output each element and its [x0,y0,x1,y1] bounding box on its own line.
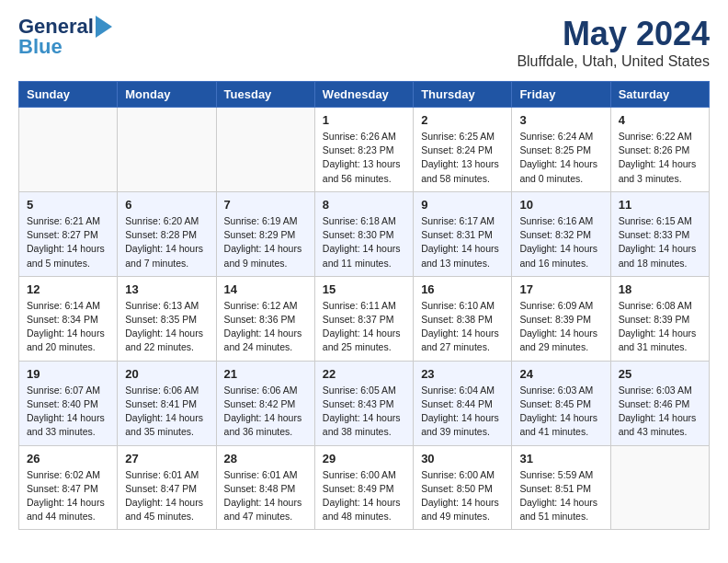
day-info: Sunrise: 6:18 AM Sunset: 8:30 PM Dayligh… [323,214,405,270]
day-info: Sunrise: 6:01 AM Sunset: 8:47 PM Dayligh… [125,468,208,524]
day-info: Sunrise: 6:25 AM Sunset: 8:24 PM Dayligh… [421,130,504,186]
day-info: Sunrise: 6:10 AM Sunset: 8:38 PM Dayligh… [421,299,504,355]
calendar-cell: 25Sunrise: 6:03 AM Sunset: 8:46 PM Dayli… [610,361,709,445]
day-info: Sunrise: 5:59 AM Sunset: 8:51 PM Dayligh… [519,468,602,524]
day-info: Sunrise: 6:04 AM Sunset: 8:44 PM Dayligh… [421,384,504,440]
calendar-week-3: 19Sunrise: 6:07 AM Sunset: 8:40 PM Dayli… [19,361,710,445]
calendar-cell: 2Sunrise: 6:25 AM Sunset: 8:24 PM Daylig… [414,108,512,192]
day-info: Sunrise: 6:14 AM Sunset: 8:34 PM Dayligh… [27,299,109,355]
month-title: May 2024 [517,15,710,53]
calendar-cell: 8Sunrise: 6:18 AM Sunset: 8:30 PM Daylig… [314,191,413,276]
calendar-header-monday: Monday [118,82,216,108]
day-info: Sunrise: 6:02 AM Sunset: 8:47 PM Dayligh… [27,468,109,524]
calendar-cell: 6Sunrise: 6:20 AM Sunset: 8:28 PM Daylig… [118,191,216,276]
day-number: 26 [27,452,109,465]
calendar-cell: 10Sunrise: 6:16 AM Sunset: 8:32 PM Dayli… [512,191,610,276]
calendar-header-tuesday: Tuesday [216,82,314,108]
day-number: 30 [421,452,504,465]
logo-arrow-icon [96,16,112,38]
day-info: Sunrise: 6:22 AM Sunset: 8:26 PM Dayligh… [619,130,701,186]
day-info: Sunrise: 6:13 AM Sunset: 8:35 PM Dayligh… [125,299,208,355]
day-number: 4 [619,113,701,127]
calendar-cell: 26Sunrise: 6:02 AM Sunset: 8:47 PM Dayli… [19,445,118,530]
day-number: 28 [224,452,307,465]
calendar-cell: 3Sunrise: 6:24 AM Sunset: 8:25 PM Daylig… [512,108,610,192]
title-area: May 2024 Bluffdale, Utah, United States [517,15,710,70]
day-info: Sunrise: 6:06 AM Sunset: 8:41 PM Dayligh… [125,384,208,440]
calendar-cell [19,108,118,192]
calendar-header-thursday: Thursday [414,82,512,108]
calendar: SundayMondayTuesdayWednesdayThursdayFrid… [18,81,710,530]
day-info: Sunrise: 6:05 AM Sunset: 8:43 PM Dayligh… [323,384,405,440]
calendar-cell: 1Sunrise: 6:26 AM Sunset: 8:23 PM Daylig… [314,108,413,192]
day-info: Sunrise: 6:16 AM Sunset: 8:32 PM Dayligh… [519,214,602,270]
calendar-week-1: 5Sunrise: 6:21 AM Sunset: 8:27 PM Daylig… [19,191,710,276]
day-number: 6 [125,198,208,212]
calendar-cell: 22Sunrise: 6:05 AM Sunset: 8:43 PM Dayli… [314,361,413,445]
calendar-body: 1Sunrise: 6:26 AM Sunset: 8:23 PM Daylig… [19,108,710,530]
day-number: 17 [519,282,602,296]
day-info: Sunrise: 6:12 AM Sunset: 8:36 PM Dayligh… [224,299,307,355]
header: General Blue May 2024 Bluffdale, Utah, U… [18,15,710,70]
day-number: 29 [323,452,405,465]
calendar-header-sunday: Sunday [19,82,118,108]
day-number: 1 [323,113,405,127]
day-info: Sunrise: 6:09 AM Sunset: 8:39 PM Dayligh… [519,299,602,355]
calendar-cell: 24Sunrise: 6:03 AM Sunset: 8:45 PM Dayli… [512,361,610,445]
calendar-week-2: 12Sunrise: 6:14 AM Sunset: 8:34 PM Dayli… [19,276,710,361]
day-info: Sunrise: 6:00 AM Sunset: 8:50 PM Dayligh… [421,468,504,524]
calendar-cell: 28Sunrise: 6:01 AM Sunset: 8:48 PM Dayli… [216,445,314,530]
day-number: 31 [519,452,602,465]
calendar-cell: 9Sunrise: 6:17 AM Sunset: 8:31 PM Daylig… [414,191,512,276]
day-info: Sunrise: 6:08 AM Sunset: 8:39 PM Dayligh… [619,299,701,355]
day-info: Sunrise: 6:19 AM Sunset: 8:29 PM Dayligh… [224,214,307,270]
calendar-cell [216,108,314,192]
calendar-cell: 7Sunrise: 6:19 AM Sunset: 8:29 PM Daylig… [216,191,314,276]
day-number: 5 [27,198,109,212]
day-number: 18 [619,282,701,296]
logo-blue: Blue [18,35,63,59]
calendar-cell [118,108,216,192]
day-info: Sunrise: 6:00 AM Sunset: 8:49 PM Dayligh… [323,468,405,524]
day-number: 24 [519,367,602,381]
day-number: 15 [323,282,405,296]
day-number: 23 [421,367,504,381]
calendar-cell: 5Sunrise: 6:21 AM Sunset: 8:27 PM Daylig… [19,191,118,276]
calendar-header-row: SundayMondayTuesdayWednesdayThursdayFrid… [19,82,710,108]
calendar-cell: 4Sunrise: 6:22 AM Sunset: 8:26 PM Daylig… [610,108,709,192]
day-number: 14 [224,282,307,296]
day-info: Sunrise: 6:15 AM Sunset: 8:33 PM Dayligh… [619,214,701,270]
day-info: Sunrise: 6:17 AM Sunset: 8:31 PM Dayligh… [421,214,504,270]
location: Bluffdale, Utah, United States [517,53,710,70]
day-number: 10 [519,198,602,212]
day-number: 9 [421,198,504,212]
calendar-cell: 21Sunrise: 6:06 AM Sunset: 8:42 PM Dayli… [216,361,314,445]
calendar-cell: 17Sunrise: 6:09 AM Sunset: 8:39 PM Dayli… [512,276,610,361]
day-number: 22 [323,367,405,381]
day-number: 19 [27,367,109,381]
calendar-cell: 19Sunrise: 6:07 AM Sunset: 8:40 PM Dayli… [19,361,118,445]
day-number: 8 [323,198,405,212]
calendar-cell: 31Sunrise: 5:59 AM Sunset: 8:51 PM Dayli… [512,445,610,530]
calendar-week-4: 26Sunrise: 6:02 AM Sunset: 8:47 PM Dayli… [19,445,710,530]
day-info: Sunrise: 6:20 AM Sunset: 8:28 PM Dayligh… [125,214,208,270]
calendar-cell: 15Sunrise: 6:11 AM Sunset: 8:37 PM Dayli… [314,276,413,361]
day-number: 11 [619,198,701,212]
calendar-cell: 20Sunrise: 6:06 AM Sunset: 8:41 PM Dayli… [118,361,216,445]
day-number: 25 [619,367,701,381]
day-info: Sunrise: 6:26 AM Sunset: 8:23 PM Dayligh… [323,130,405,186]
day-info: Sunrise: 6:24 AM Sunset: 8:25 PM Dayligh… [519,130,602,186]
calendar-cell: 18Sunrise: 6:08 AM Sunset: 8:39 PM Dayli… [610,276,709,361]
calendar-header-friday: Friday [512,82,610,108]
calendar-cell: 27Sunrise: 6:01 AM Sunset: 8:47 PM Dayli… [118,445,216,530]
day-number: 16 [421,282,504,296]
calendar-cell: 13Sunrise: 6:13 AM Sunset: 8:35 PM Dayli… [118,276,216,361]
day-info: Sunrise: 6:03 AM Sunset: 8:46 PM Dayligh… [619,384,701,440]
day-info: Sunrise: 6:11 AM Sunset: 8:37 PM Dayligh… [323,299,405,355]
day-number: 7 [224,198,307,212]
calendar-header-saturday: Saturday [610,82,709,108]
day-number: 20 [125,367,208,381]
calendar-cell: 30Sunrise: 6:00 AM Sunset: 8:50 PM Dayli… [414,445,512,530]
day-number: 13 [125,282,208,296]
day-number: 21 [224,367,307,381]
